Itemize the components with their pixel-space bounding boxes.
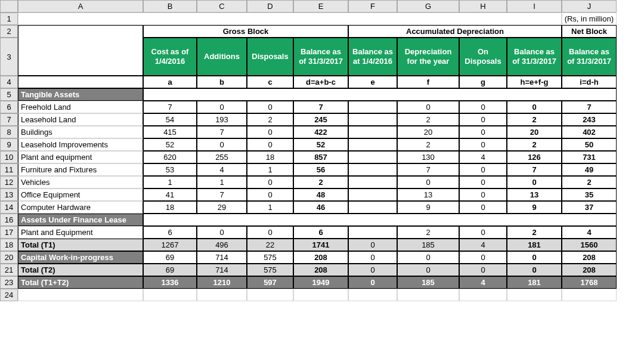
table-cell[interactable]: 9 [507,201,562,214]
row-header-5[interactable]: 5 [0,88,18,101]
section-tangible-blank[interactable] [143,88,617,101]
table-cell[interactable]: 49 [562,163,617,176]
row-header-17[interactable]: 17 [0,226,18,239]
col-header-h[interactable]: H [459,0,507,13]
row-header-6[interactable]: 6 [0,101,18,113]
table-cell[interactable]: 208 [562,264,617,276]
table-cell[interactable]: 0 [348,264,397,276]
table-cell[interactable]: 54 [143,113,197,126]
formula-g[interactable]: g [459,76,507,88]
row-header-16[interactable]: 16 [0,214,18,226]
table-cell[interactable]: 29 [197,201,247,214]
table-cell[interactable]: 0 [507,264,562,276]
table-cell[interactable]: 857 [293,151,348,163]
table-cell[interactable] [348,151,397,163]
row-header-23[interactable]: 23 [0,276,18,289]
table-cell[interactable]: 575 [247,251,293,264]
cell-b24[interactable] [143,289,197,301]
table-cell[interactable]: 0 [459,113,507,126]
col-header-i[interactable]: I [507,0,562,13]
hdr-dep-open[interactable]: Balance as at 1/4/2016 [348,38,397,76]
cell-c24[interactable] [197,289,247,301]
table-cell[interactable]: 1 [247,163,293,176]
row-header-12[interactable]: 12 [0,176,18,188]
row-plant-label[interactable]: Plant and equipment [18,151,143,163]
table-cell[interactable]: 7 [562,101,617,113]
table-cell[interactable]: 0 [397,101,459,113]
table-cell[interactable]: 7 [293,101,348,113]
table-cell[interactable]: 208 [562,251,617,264]
table-cell[interactable]: 597 [247,276,293,289]
table-cell[interactable]: 0 [459,163,507,176]
cell-f24[interactable] [348,289,397,301]
table-cell[interactable]: 7 [197,126,247,138]
table-cell[interactable]: 7 [143,101,197,113]
table-cell[interactable]: 0 [459,264,507,276]
section-tangible[interactable]: Tangible Assets [18,88,143,101]
section-lease[interactable]: Assets Under Finance Lease [18,214,143,226]
col-header-a[interactable]: A [18,0,143,13]
table-cell[interactable]: 0 [247,226,293,239]
table-cell[interactable]: 0 [197,101,247,113]
total-t1-label[interactable]: Total (T1) [18,239,143,251]
table-cell[interactable] [348,101,397,113]
select-all-corner[interactable] [0,0,18,13]
row-leasehold-label[interactable]: Leasehold Land [18,113,143,126]
table-cell[interactable]: 0 [197,138,247,151]
table-cell[interactable]: 193 [197,113,247,126]
table-cell[interactable]: 6 [143,226,197,239]
table-cell[interactable]: 245 [293,113,348,126]
cell-j24[interactable] [562,289,617,301]
table-cell[interactable]: 20 [507,126,562,138]
table-cell[interactable]: 0 [197,226,247,239]
row-header-24[interactable]: 24 [0,289,18,301]
table-cell[interactable]: 2 [397,138,459,151]
row-header-20[interactable]: 20 [0,251,18,264]
table-cell[interactable]: 402 [562,126,617,138]
table-cell[interactable] [348,201,397,214]
table-cell[interactable]: 575 [247,264,293,276]
table-cell[interactable]: 0 [459,226,507,239]
col-header-d[interactable]: D [247,0,293,13]
table-cell[interactable]: 0 [507,176,562,188]
row-computer-label[interactable]: Computer Hardware [18,201,143,214]
row-header-18[interactable]: 18 [0,239,18,251]
cell-a3[interactable] [18,38,143,76]
table-cell[interactable]: 13 [397,188,459,201]
formula-c[interactable]: c [247,76,293,88]
table-cell[interactable]: 185 [397,276,459,289]
table-cell[interactable]: 0 [507,101,562,113]
col-header-b[interactable]: B [143,0,197,13]
table-cell[interactable]: 0 [459,188,507,201]
table-cell[interactable]: 1 [143,176,197,188]
table-cell[interactable]: 18 [247,151,293,163]
col-header-e[interactable]: E [293,0,348,13]
row-freehold-label[interactable]: Freehold Land [18,101,143,113]
formula-b[interactable]: b [197,76,247,88]
table-cell[interactable]: 0 [247,101,293,113]
table-cell[interactable]: 415 [143,126,197,138]
col-header-j[interactable]: J [562,0,617,13]
table-cell[interactable]: 0 [348,239,397,251]
row-header-4[interactable]: 4 [0,76,18,88]
row-vehicles-label[interactable]: Vehicles [18,176,143,188]
table-cell[interactable]: 0 [459,251,507,264]
table-cell[interactable]: 0 [397,251,459,264]
row-header-10[interactable]: 10 [0,151,18,163]
row-header-13[interactable]: 13 [0,188,18,201]
table-cell[interactable]: 46 [293,201,348,214]
table-cell[interactable]: 4 [459,151,507,163]
table-cell[interactable]: 714 [197,264,247,276]
table-cell[interactable]: 9 [397,201,459,214]
table-cell[interactable]: 0 [459,126,507,138]
row-leaseimp-label[interactable]: Leasehold Improvements [18,138,143,151]
table-cell[interactable]: 18 [143,201,197,214]
hdr-disposals[interactable]: Disposals [247,38,293,76]
table-cell[interactable]: 2 [507,113,562,126]
table-cell[interactable] [348,176,397,188]
group-gross-block[interactable]: Gross Block [143,25,348,38]
table-cell[interactable]: 1336 [143,276,197,289]
table-cell[interactable]: 0 [459,138,507,151]
table-cell[interactable]: 1949 [293,276,348,289]
formula-h[interactable]: h=e+f-g [507,76,562,88]
